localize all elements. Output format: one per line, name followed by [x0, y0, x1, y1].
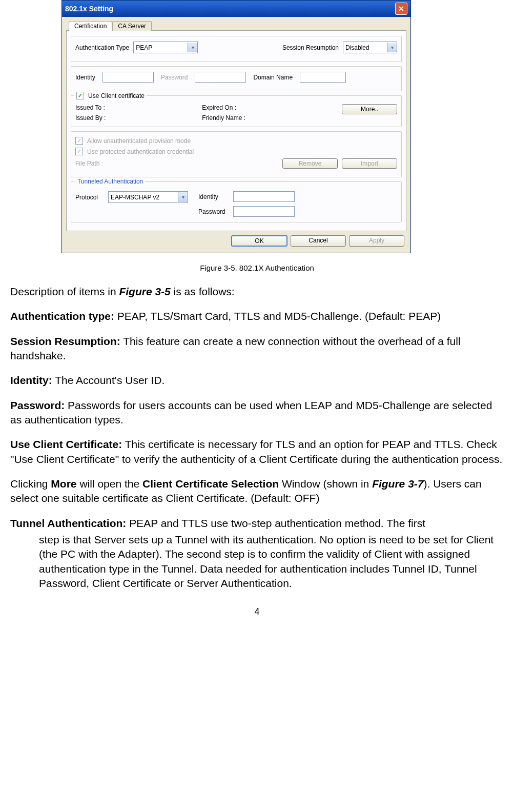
auth-type-label: Authentication Type — [75, 44, 129, 51]
domain-label: Domain Name — [253, 74, 293, 81]
tab-certification[interactable]: Certification — [69, 21, 112, 31]
tunnel-identity-label: Identity — [198, 193, 229, 200]
protocol-value: EAP-MSCHAP v2 — [111, 194, 176, 201]
expired-on-label: Expired On : — [202, 104, 245, 111]
auth-type-paragraph: Authentication type: PEAP, TLS/Smart Car… — [10, 309, 504, 323]
protocol-label: Protocol — [75, 194, 98, 201]
identity-label: Identity — [75, 74, 95, 81]
session-value: Disabled — [345, 44, 385, 51]
issued-by-label: Issued By : — [75, 114, 106, 121]
tunnel-password-label: Password — [198, 208, 229, 215]
auth-type-value: PEAP — [136, 44, 186, 51]
tunnel-identity-input[interactable] — [233, 191, 295, 202]
protocol-select[interactable]: EAP-MSCHAP v2 ▾ — [108, 191, 188, 203]
intro-paragraph: Description of items in Figure 3-5 is as… — [10, 285, 504, 299]
password-label: Password — [161, 74, 188, 81]
issued-to-label: Issued To : — [75, 104, 106, 111]
import-button: Import — [342, 158, 397, 169]
auth-type-select[interactable]: PEAP ▾ — [133, 42, 198, 53]
page-number: 4 — [10, 606, 504, 617]
password-input[interactable] — [195, 72, 246, 83]
more-paragraph: Clicking More will open the Client Certi… — [10, 477, 504, 506]
session-label: Session Resumption — [282, 44, 339, 51]
chevron-down-icon: ▾ — [387, 43, 397, 52]
tunnel-password-input[interactable] — [233, 206, 295, 217]
file-path-label: File Path : — [75, 160, 103, 167]
chevron-down-icon: ▾ — [178, 192, 188, 202]
more-button[interactable]: More.. — [342, 104, 397, 114]
remove-button: Remove — [282, 158, 338, 169]
titlebar: 802.1x Setting ✕ — [62, 1, 410, 17]
identity-input[interactable] — [102, 72, 154, 83]
use-client-cert-paragraph: Use Client Certificate: This certificate… — [10, 437, 504, 466]
identity-paragraph: Identity: The Account's User ID. — [10, 373, 504, 388]
dialog-802-1x-setting: 802.1x Setting ✕ Certification CA Server… — [61, 0, 411, 253]
allow-unauth-checkbox: ✓ — [75, 137, 83, 145]
tunnel-paragraph-indent: step is that Server sets up a Tunnel wit… — [10, 533, 504, 591]
allow-unauth-label: Allow unauthenticated provision mode — [87, 137, 191, 145]
password-paragraph: Password: Passwords for users accounts c… — [10, 398, 504, 428]
use-protected-label: Use protected authentication credential — [87, 148, 194, 155]
use-client-cert-label: Use Client certificate — [88, 92, 145, 99]
apply-button: Apply — [349, 235, 404, 247]
tunnel-paragraph: Tunnel Authentication: PEAP and TTLS use… — [10, 516, 504, 531]
window-title: 802.1x Setting — [65, 5, 113, 13]
figure-caption: Figure 3-5. 802.1X Authentication — [10, 263, 504, 272]
tunnel-group-title: Tunneled Authentication — [75, 178, 145, 185]
session-select[interactable]: Disabled ▾ — [343, 42, 397, 53]
tab-ca-server[interactable]: CA Server — [112, 21, 152, 31]
use-protected-checkbox: ✓ — [75, 148, 83, 155]
cancel-button[interactable]: Cancel — [291, 235, 346, 247]
domain-input[interactable] — [300, 72, 346, 83]
friendly-name-label: Friendly Name : — [202, 114, 245, 121]
ok-button[interactable]: OK — [231, 235, 287, 247]
close-icon[interactable]: ✕ — [395, 3, 407, 15]
session-paragraph: Session Resumption: This feature can cre… — [10, 334, 504, 363]
use-client-cert-checkbox[interactable]: ✓ — [76, 92, 84, 99]
chevron-down-icon: ▾ — [188, 43, 197, 52]
